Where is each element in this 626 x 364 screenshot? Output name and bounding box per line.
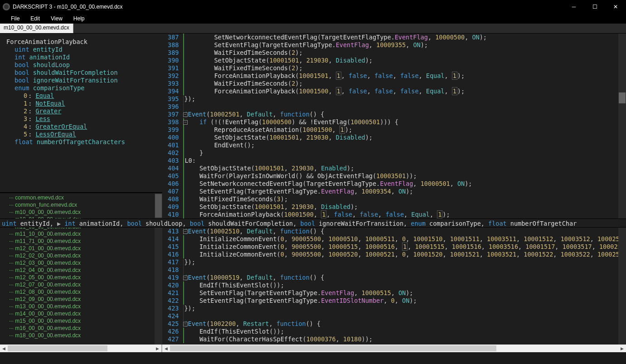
file-item[interactable]: ··· m12_01_00_00.emevd.dcx	[0, 245, 162, 252]
app-icon	[3, 3, 10, 10]
filelist-scrollbar[interactable]	[155, 193, 162, 345]
signature-hint: uint entityId, ▶ int animationId, bool s…	[0, 218, 626, 228]
tab-active[interactable]: m10_00_00_00.emevd.dcx	[0, 24, 73, 33]
file-item[interactable]: ··· m16_00_00_00.emevd.dcx	[0, 325, 162, 332]
outline-panel: ForceAnimationPlaybackuint entityIdint a…	[0, 34, 162, 192]
code-editor[interactable]: 3873883893903913923933943953963973983994…	[162, 34, 626, 345]
file-list[interactable]: ··· common.emevd.dcx··· common_func.emev…	[0, 192, 162, 345]
close-button[interactable]: ✕	[605, 0, 626, 14]
file-item[interactable]: ··· m14_00_00_00.emevd.dcx	[0, 310, 162, 317]
tabbar: m10_00_00_00.emevd.dcx	[0, 24, 626, 34]
menubar: File Edit View Help	[0, 14, 626, 24]
file-item[interactable]: ··· m12_02_00_00.emevd.dcx	[0, 252, 162, 259]
window-title: DARKSCRIPT 3 - m10_00_00_00.emevd.dcx	[13, 4, 563, 10]
file-item[interactable]: ··· m12_08_00_00.emevd.dcx	[0, 288, 162, 296]
scroll-right-icon[interactable]: ▶	[154, 345, 161, 352]
file-item[interactable]: ··· m18_00_00_00.emevd.dcx	[0, 332, 162, 339]
line-gutter: 3873883893903913923933943953963973983994…	[162, 34, 182, 345]
file-item[interactable]: ··· m13_00_00_00.emevd.dcx	[0, 303, 162, 310]
editor-v-scrollbar[interactable]	[618, 34, 626, 345]
file-item[interactable]: ··· m12_05_00_00.emevd.dcx	[0, 274, 162, 281]
scroll-left-icon[interactable]: ◀	[162, 345, 170, 352]
file-item[interactable]: ··· m10_00_00_00.emevd.dcx	[0, 209, 162, 216]
file-item[interactable]: ··· m12_07_00_00.emevd.dcx	[0, 281, 162, 288]
file-item[interactable]: ··· common.emevd.dcx	[0, 194, 162, 201]
minimize-button[interactable]: ─	[563, 0, 584, 14]
file-item[interactable]: ··· m12_04_00_00.emevd.dcx	[0, 267, 162, 274]
menu-edit[interactable]: Edit	[25, 14, 45, 24]
menu-help[interactable]: Help	[68, 14, 90, 24]
maximize-button[interactable]: ☐	[584, 0, 605, 14]
file-item[interactable]: ··· m11_10_00_00.emevd.dcx	[0, 230, 162, 238]
scroll-left-icon[interactable]: ◀	[0, 345, 8, 352]
file-item[interactable]: ··· m12_03_00_00.emevd.dcx	[0, 259, 162, 267]
menu-view[interactable]: View	[45, 14, 68, 24]
menu-file[interactable]: File	[5, 14, 25, 24]
scroll-right-icon[interactable]: ▶	[618, 345, 626, 352]
file-item[interactable]: ··· m12_09_00_00.emevd.dcx	[0, 296, 162, 303]
file-item[interactable]: ··· m15_00_00_00.emevd.dcx	[0, 317, 162, 325]
file-item[interactable]: ··· common_func.emevd.dcx	[0, 201, 162, 209]
titlebar: DARKSCRIPT 3 - m10_00_00_00.emevd.dcx ─ …	[0, 0, 626, 14]
bottom-scrollbar[interactable]: ◀ ▶ ◀ ▶	[0, 345, 626, 352]
file-item[interactable]: ··· m11_71_00_00.emevd.dcx	[0, 238, 162, 245]
